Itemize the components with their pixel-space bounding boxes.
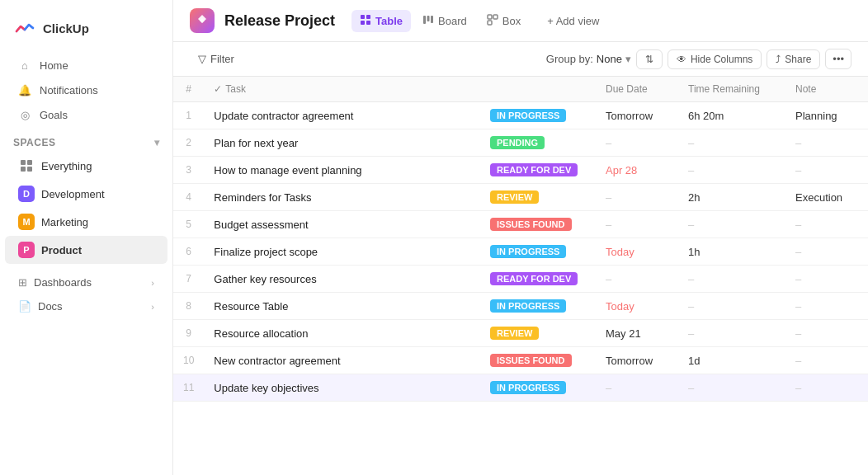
cell-num: 6 <box>173 238 204 266</box>
dashboards-left: ⊞ Dashboards <box>18 276 92 289</box>
status-badge[interactable]: READY FOR DEV <box>490 163 578 176</box>
status-badge[interactable]: REVIEW <box>490 327 539 340</box>
cell-status: IN PROGRESS <box>480 102 596 129</box>
filter-button[interactable]: ▽ Filter <box>190 49 243 68</box>
hide-columns-button[interactable]: 👁 Hide Columns <box>668 49 762 69</box>
status-badge[interactable]: ISSUES FOUND <box>490 354 572 367</box>
table-row[interactable]: 8Resource TableIN PROGRESSToday–– <box>173 293 868 320</box>
sidebar-item-product[interactable]: P Product <box>5 236 167 264</box>
spaces-label: Spaces <box>13 137 55 148</box>
sidebar-item-home[interactable]: ⌂ Home <box>5 53 167 78</box>
svg-rect-0 <box>21 160 26 165</box>
svg-rect-9 <box>427 16 430 21</box>
svg-rect-10 <box>431 16 433 23</box>
table-row[interactable]: 3How to manage event planningREADY FOR D… <box>173 157 868 184</box>
status-badge[interactable]: REVIEW <box>490 190 539 204</box>
sidebar-item-goals[interactable]: ◎ Goals <box>5 102 167 127</box>
hide-columns-label: Hide Columns <box>691 54 752 65</box>
table-row[interactable]: 1Update contractor agreementIN PROGRESST… <box>173 102 868 129</box>
table-row[interactable]: 9Resource allocationREVIEWMay 21–– <box>173 320 868 347</box>
table-body: 1Update contractor agreementIN PROGRESST… <box>173 102 868 402</box>
tab-box[interactable]: Box <box>479 10 529 32</box>
sort-button[interactable]: ⇅ <box>636 49 663 69</box>
add-view-label: + Add view <box>547 15 599 27</box>
cell-time-remaining: 1d <box>678 347 785 374</box>
share-button[interactable]: ⤴ Share <box>767 49 820 69</box>
docs-left: 📄 Docs <box>18 300 63 313</box>
sidebar-item-docs[interactable]: 📄 Docs › <box>5 294 167 318</box>
cell-time-remaining: 1h <box>678 238 785 266</box>
cell-due-date: – <box>596 129 678 157</box>
cell-due-date: May 21 <box>596 320 678 347</box>
cell-time-remaining: – <box>678 211 785 238</box>
cell-num: 5 <box>173 211 204 238</box>
bell-icon: 🔔 <box>18 83 31 96</box>
group-by-control[interactable]: Group by: None ▾ <box>546 53 631 65</box>
cell-due-date: Today <box>596 293 678 320</box>
status-badge[interactable]: IN PROGRESS <box>490 245 566 258</box>
task-name-text: Reminders for Tasks <box>214 191 311 204</box>
more-button[interactable]: ••• <box>825 49 851 69</box>
app-name: ClickUp <box>43 21 89 35</box>
col-note: Note <box>785 77 868 102</box>
status-badge[interactable]: IN PROGRESS <box>490 381 566 394</box>
development-label: Development <box>41 188 105 200</box>
cell-num: 3 <box>173 157 204 184</box>
spaces-collapse-icon[interactable]: ▾ <box>154 137 160 148</box>
everything-grid-icon <box>18 158 35 174</box>
cell-task: Resource allocation <box>204 320 480 347</box>
table-row[interactable]: 2Plan for next yearPENDING––– <box>173 129 868 157</box>
app-logo: ClickUp <box>0 7 172 53</box>
col-task: ✓ Task <box>204 77 480 102</box>
docs-icon: 📄 <box>18 300 31 313</box>
table-row[interactable]: 6Finalize project scopeIN PROGRESSToday1… <box>173 238 868 266</box>
table-row[interactable]: 7Gather key resourcesREADY FOR DEV––– <box>173 266 868 293</box>
table-row[interactable]: 4Reminders for TasksREVIEW–2hExecution <box>173 184 868 211</box>
cell-time-remaining: – <box>678 157 785 184</box>
cell-note: – <box>785 211 868 238</box>
status-badge[interactable]: ISSUES FOUND <box>490 218 572 231</box>
table-row[interactable]: 10New contractor agreementISSUES FOUNDTo… <box>173 347 868 374</box>
cell-time-remaining: – <box>678 320 785 347</box>
cell-task: New contractor agreement <box>204 347 480 374</box>
sidebar-item-marketing[interactable]: M Marketing <box>5 208 167 236</box>
cell-num: 10 <box>173 347 204 374</box>
cell-status: READY FOR DEV <box>480 157 596 184</box>
svg-rect-4 <box>361 15 365 19</box>
col-num: # <box>173 77 204 102</box>
dashboards-label: Dashboards <box>34 276 92 289</box>
status-badge[interactable]: IN PROGRESS <box>490 109 566 122</box>
sidebar-item-notifications[interactable]: 🔔 Notifications <box>5 78 167 102</box>
cell-status: ISSUES FOUND <box>480 347 596 374</box>
cell-time-remaining: 2h <box>678 184 785 211</box>
table-row[interactable]: 11Update key objectivesIN PROGRESS––– <box>173 374 868 402</box>
sidebar-item-dashboards[interactable]: ⊞ Dashboards › <box>5 270 167 294</box>
tab-table-label: Table <box>375 15 403 27</box>
cell-num: 11 <box>173 374 204 402</box>
tab-board[interactable]: Board <box>414 10 475 32</box>
status-badge[interactable]: IN PROGRESS <box>490 299 566 313</box>
sidebar: ClickUp ⌂ Home 🔔 Notifications ◎ Goals S… <box>0 0 173 475</box>
sidebar-item-development[interactable]: D Development <box>5 180 167 208</box>
cell-note: – <box>785 129 868 157</box>
tab-table[interactable]: Table <box>351 10 411 32</box>
task-name-text: Update contractor agreement <box>214 110 353 122</box>
cell-task: Reminders for Tasks <box>204 184 480 211</box>
toolbar-left: ▽ Filter <box>190 49 243 68</box>
svg-rect-13 <box>488 21 492 25</box>
cell-due-date: Tomorrow <box>596 102 678 129</box>
cell-time-remaining: – <box>678 129 785 157</box>
group-by-label: Group by: <box>546 53 593 65</box>
cell-note: – <box>785 374 868 402</box>
sidebar-item-everything[interactable]: Everything <box>5 152 167 180</box>
board-tab-icon <box>422 14 434 28</box>
main-content: Release Project Table <box>173 0 868 475</box>
status-badge[interactable]: PENDING <box>490 136 545 149</box>
tab-box-label: Box <box>502 15 521 27</box>
cell-time-remaining: – <box>678 293 785 320</box>
task-name-text: Plan for next year <box>214 137 298 149</box>
status-badge[interactable]: READY FOR DEV <box>490 272 578 285</box>
add-view-button[interactable]: + Add view <box>539 11 607 31</box>
table-row[interactable]: 5Budget assessmentISSUES FOUND––– <box>173 211 868 238</box>
cell-status: IN PROGRESS <box>480 238 596 266</box>
